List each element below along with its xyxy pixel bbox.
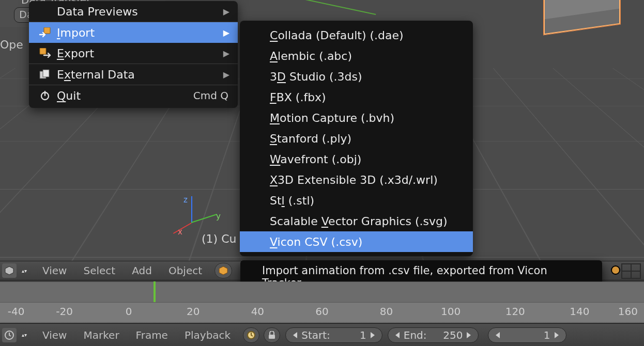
timeline-area[interactable]: -40 -20 0 20 40 60 80 100 120 140 160 bbox=[0, 281, 644, 323]
import-submenu: Collada (Default) (.dae) Alembic (.abc) … bbox=[240, 21, 473, 256]
operator-panel-label: Ope bbox=[0, 38, 23, 51]
menu-item-label: Scalable Vector Graphics (.svg) bbox=[270, 215, 448, 228]
axis-z-line bbox=[191, 196, 192, 223]
timeline-tick: 100 bbox=[419, 303, 483, 322]
timeline-track[interactable] bbox=[0, 281, 644, 302]
view3d-menu-add[interactable]: Add bbox=[132, 264, 152, 277]
axis-y-far bbox=[244, 0, 376, 15]
view3d-menu-select[interactable]: Select bbox=[83, 264, 115, 277]
axis-y-line bbox=[191, 214, 217, 223]
timeline-header: ▴▾ View Marker Frame Playback Start: 1 E… bbox=[0, 323, 644, 346]
import-item-collada[interactable]: Collada (Default) (.dae) bbox=[240, 25, 473, 45]
decrement-icon[interactable] bbox=[496, 332, 500, 338]
timeline-tick: 40 bbox=[225, 303, 290, 322]
power-icon bbox=[38, 89, 52, 102]
axis-y-label: y bbox=[216, 212, 221, 221]
menu-item-label: Alembic (.abc) bbox=[270, 50, 352, 62]
decrement-icon[interactable] bbox=[293, 332, 297, 338]
blank-icon bbox=[38, 5, 52, 18]
increment-icon[interactable] bbox=[467, 332, 471, 338]
export-icon bbox=[38, 46, 52, 60]
external-data-icon bbox=[38, 68, 52, 81]
increment-icon[interactable] bbox=[371, 332, 375, 338]
menu-item-label: FBX (.fbx) bbox=[270, 91, 326, 104]
menu-item-label: Data Previews bbox=[57, 5, 138, 18]
submenu-arrow-icon: ▶ bbox=[223, 49, 229, 58]
menu-item-label: Export bbox=[57, 47, 94, 60]
start-value: 1 bbox=[360, 329, 366, 341]
timeline-menu-marker[interactable]: Marker bbox=[83, 329, 119, 341]
timeline-tick: 0 bbox=[97, 303, 161, 322]
timeline-playhead[interactable] bbox=[154, 281, 156, 302]
editor-type-icon[interactable] bbox=[2, 263, 17, 278]
import-item-bvh[interactable]: Motion Capture (.bvh) bbox=[240, 107, 473, 128]
menu-item-label: Wavefront (.obj) bbox=[270, 153, 361, 166]
default-cube[interactable] bbox=[543, 0, 621, 36]
editor-type-icon[interactable] bbox=[2, 328, 17, 342]
start-frame-field[interactable]: Start: 1 bbox=[285, 327, 382, 343]
import-item-alembic[interactable]: Alembic (.abc) bbox=[240, 45, 473, 66]
file-menu: Data Previews ▶ Import ▶ Export ▶ Extern… bbox=[29, 1, 238, 108]
file-menu-item-export[interactable]: Export ▶ bbox=[29, 43, 238, 64]
view3d-menu-view[interactable]: View bbox=[42, 264, 67, 277]
file-menu-item-import[interactable]: Import ▶ bbox=[29, 22, 238, 43]
file-menu-item-external-data[interactable]: External Data ▶ bbox=[29, 64, 238, 85]
end-label: End: bbox=[404, 329, 427, 341]
layers-grid[interactable] bbox=[621, 263, 641, 279]
mode-icon[interactable] bbox=[214, 263, 232, 278]
axis-gizmo: z y x bbox=[181, 196, 222, 238]
timeline-tick: -40 bbox=[0, 303, 32, 322]
start-label: Start: bbox=[301, 329, 330, 341]
current-frame-field[interactable]: 1 bbox=[488, 327, 566, 343]
end-frame-field[interactable]: End: 250 bbox=[388, 327, 479, 343]
menu-item-label: Collada (Default) (.dae) bbox=[270, 29, 404, 42]
editor-type-spinner[interactable]: ▴▾ bbox=[22, 261, 27, 280]
menu-item-label: Stanford (.ply) bbox=[270, 132, 351, 145]
file-menu-item-data-previews[interactable]: Data Previews ▶ bbox=[29, 1, 238, 22]
editor-type-spinner[interactable]: ▴▾ bbox=[22, 326, 27, 344]
import-icon bbox=[38, 26, 52, 39]
import-item-vicon-csv[interactable]: Vicon CSV (.csv) bbox=[240, 231, 473, 252]
menu-item-label: X3D Extensible 3D (.x3d/.wrl) bbox=[270, 174, 438, 186]
menu-item-label: Vicon CSV (.csv) bbox=[270, 235, 362, 248]
timeline-tick: 120 bbox=[483, 303, 547, 322]
range-icon[interactable] bbox=[243, 327, 259, 343]
increment-icon[interactable] bbox=[555, 332, 559, 338]
menu-item-label: Quit bbox=[57, 89, 81, 102]
submenu-arrow-icon: ▶ bbox=[223, 7, 229, 17]
import-item-x3d[interactable]: X3D Extensible 3D (.x3d/.wrl) bbox=[240, 169, 473, 190]
timeline-ruler: -40 -20 0 20 40 60 80 100 120 140 160 bbox=[0, 302, 644, 322]
timeline-menu-view[interactable]: View bbox=[42, 329, 67, 341]
svg-rect-10 bbox=[269, 335, 275, 339]
import-item-svg[interactable]: Scalable Vector Graphics (.svg) bbox=[240, 211, 473, 231]
file-menu-item-quit[interactable]: Quit Cmd Q bbox=[29, 85, 238, 106]
svg-rect-3 bbox=[43, 70, 49, 77]
layer-indicator[interactable] bbox=[611, 265, 620, 275]
menu-item-label: External Data bbox=[57, 68, 135, 81]
end-value: 250 bbox=[443, 329, 463, 341]
svg-marker-7 bbox=[219, 266, 227, 275]
import-item-3ds[interactable]: 3D Studio (.3ds) bbox=[240, 66, 473, 87]
timeline-tick: 20 bbox=[161, 303, 225, 322]
view3d-menu-object[interactable]: Object bbox=[168, 264, 202, 277]
lock-icon[interactable] bbox=[264, 327, 280, 343]
axis-x-label: x bbox=[178, 227, 182, 237]
menu-item-label: 3D Studio (.3ds) bbox=[270, 70, 362, 83]
import-item-obj[interactable]: Wavefront (.obj) bbox=[240, 149, 473, 169]
import-item-fbx[interactable]: FBX (.fbx) bbox=[240, 87, 473, 107]
menu-item-label: Stl (.stl) bbox=[270, 194, 314, 207]
import-item-ply[interactable]: Stanford (.ply) bbox=[240, 128, 473, 149]
timeline-tick: 140 bbox=[547, 303, 612, 322]
svg-rect-1 bbox=[40, 48, 46, 54]
timeline-tick: 160 bbox=[612, 303, 644, 322]
timeline-menu-frame[interactable]: Frame bbox=[136, 329, 168, 341]
timeline-tick: 60 bbox=[290, 303, 355, 322]
import-item-stl[interactable]: Stl (.stl) bbox=[240, 190, 473, 211]
timeline-tick: 80 bbox=[354, 303, 419, 322]
viewport-overlay-text: (1) Cu bbox=[202, 232, 236, 245]
submenu-arrow-icon: ▶ bbox=[223, 70, 229, 80]
submenu-arrow-icon: ▶ bbox=[223, 28, 229, 38]
decrement-icon[interactable] bbox=[395, 332, 400, 338]
timeline-menu-playback[interactable]: Playback bbox=[185, 329, 231, 341]
timeline-tick: -20 bbox=[32, 303, 97, 322]
